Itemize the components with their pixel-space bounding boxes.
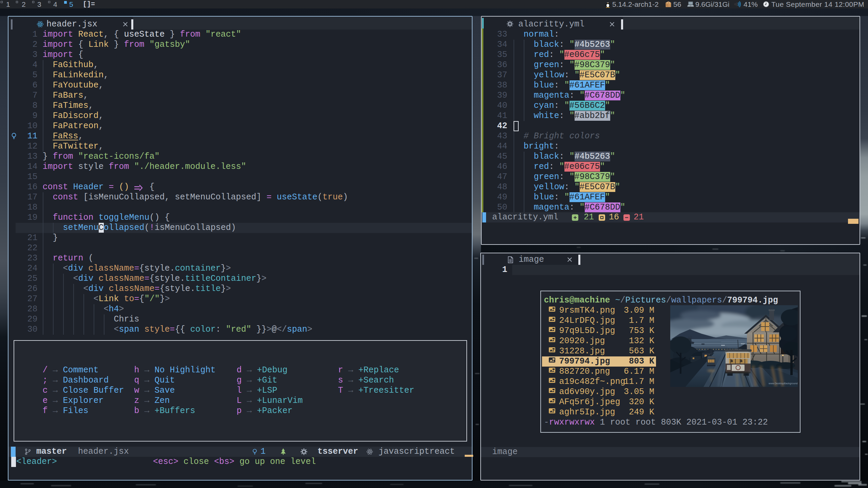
svg-text:www.DesktopBackground.org: www.DesktopBackground.org xyxy=(768,382,798,385)
